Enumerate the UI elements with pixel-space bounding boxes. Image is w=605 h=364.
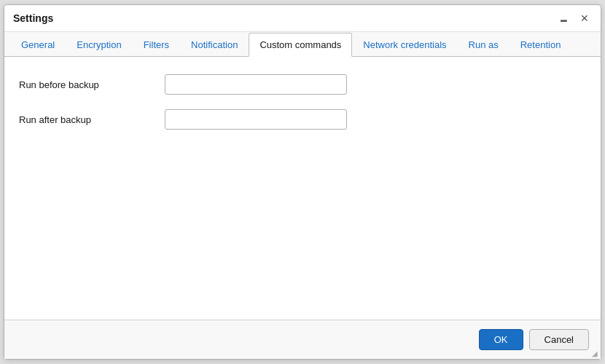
tab-general[interactable]: General [10,33,66,57]
title-controls: 🗕 ✕ [555,11,592,25]
cancel-button[interactable]: Cancel [529,329,589,350]
run-after-label: Run after backup [19,114,165,125]
tab-encryption[interactable]: Encryption [66,33,132,57]
tab-custom-commands[interactable]: Custom commands [249,33,352,57]
tab-retention[interactable]: Retention [510,33,572,57]
window-title: Settings [13,12,53,24]
run-before-input[interactable] [165,74,347,95]
minimize-button[interactable]: 🗕 [555,11,571,25]
tab-network-credentials[interactable]: Network credentials [352,33,457,57]
run-after-row: Run after backup [19,109,586,130]
title-bar: Settings 🗕 ✕ [4,5,601,32]
footer-area: OK Cancel [4,320,601,359]
tab-bar: General Encryption Filters Notification … [4,32,601,57]
tab-notification[interactable]: Notification [180,33,249,57]
content-area: Run before backup Run after backup [4,57,601,320]
resize-handle[interactable]: ◢ [592,350,599,357]
close-button[interactable]: ✕ [577,11,592,25]
run-before-label: Run before backup [19,79,165,90]
run-before-row: Run before backup [19,74,586,95]
tab-filters[interactable]: Filters [133,33,180,57]
tab-run-as[interactable]: Run as [458,33,510,57]
settings-window: Settings 🗕 ✕ General Encryption Filters … [4,4,601,360]
run-after-input[interactable] [165,109,347,130]
ok-button[interactable]: OK [479,329,523,350]
